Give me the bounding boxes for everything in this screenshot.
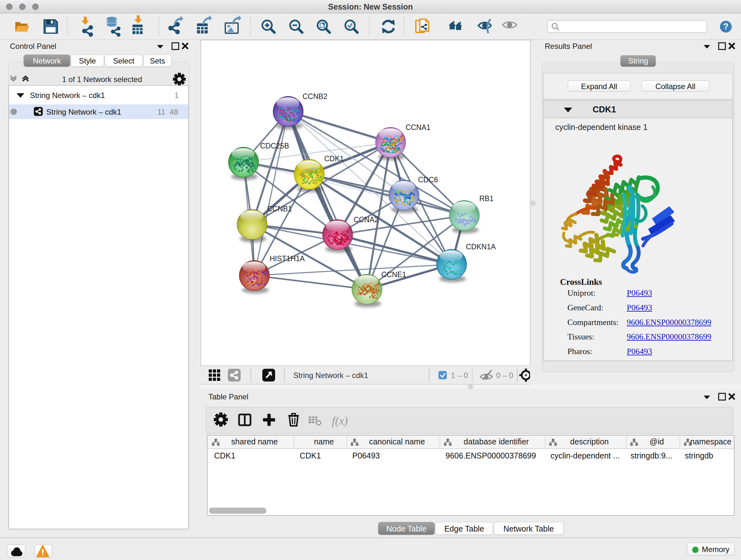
svg-text:String Network – cdk1: String Network – cdk1 (293, 371, 368, 380)
svg-text:CCNE1: CCNE1 (381, 270, 406, 279)
svg-text:HIST1H1A: HIST1H1A (270, 254, 305, 263)
svg-text:f(x): f(x) (332, 415, 348, 427)
svg-text:CCNB2: CCNB2 (302, 92, 327, 101)
svg-text:CDC6: CDC6 (418, 176, 438, 184)
svg-text:CDKN1A: CDKN1A (466, 243, 496, 251)
svg-text:1 – 0: 1 – 0 (451, 371, 468, 380)
svg-text:RB1: RB1 (479, 194, 494, 203)
svg-text:CCNA2: CCNA2 (354, 215, 379, 224)
svg-text:CCNA1: CCNA1 (406, 123, 430, 132)
svg-text:CCNB1: CCNB1 (267, 205, 292, 213)
svg-text:CDK1: CDK1 (324, 154, 344, 163)
svg-text:CDC25B: CDC25B (260, 142, 289, 150)
svg-text:0 – 0: 0 – 0 (496, 371, 513, 380)
